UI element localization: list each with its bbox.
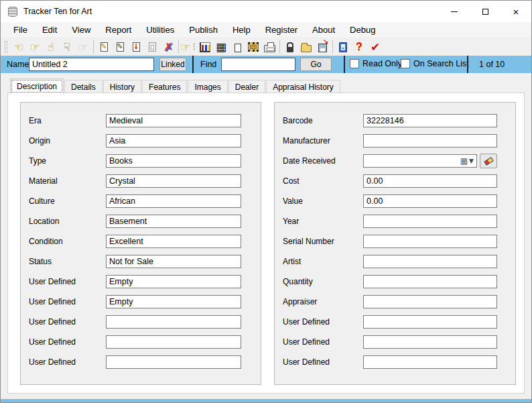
export-disk-icon[interactable] <box>314 40 330 54</box>
hand-outline-icon[interactable]: ☞ <box>75 40 91 54</box>
toolbar-grip[interactable] <box>5 41 7 53</box>
field-row-status-7: Status <box>29 255 261 268</box>
menu-register[interactable]: Register <box>258 22 305 38</box>
menu-view[interactable]: View <box>64 22 98 38</box>
toolbar-separator <box>178 40 179 54</box>
quantity-input[interactable] <box>363 275 497 288</box>
user-defined-input[interactable] <box>363 355 497 369</box>
maximize-button[interactable] <box>470 1 501 22</box>
spellcheck-icon[interactable]: ✔ <box>367 40 383 54</box>
right-field-panel: BarcodeManufacturerDate Received▦▼CostVa… <box>274 102 516 385</box>
type-input[interactable] <box>106 154 241 168</box>
hand-point-right-icon[interactable]: ☞ <box>27 40 43 54</box>
user-defined-input[interactable] <box>106 275 241 288</box>
appraiser-input[interactable] <box>363 295 497 308</box>
edit-record-icon[interactable]: ✎ <box>96 40 112 54</box>
barcode-input[interactable] <box>363 114 497 127</box>
delete-record-icon[interactable]: ✗ <box>160 40 176 54</box>
write-record-icon[interactable]: ✎ <box>112 40 128 54</box>
goto-record-icon[interactable]: ☞⋮ <box>181 40 197 54</box>
field-row-artist-7: Artist <box>283 255 515 268</box>
menu-utilities[interactable]: Utilities <box>139 22 182 38</box>
culture-label: Culture <box>29 196 106 206</box>
left-field-panel: EraOriginTypeMaterialCultureLocationCond… <box>20 102 261 385</box>
menu-help[interactable]: Help <box>225 22 258 38</box>
read-only-checkbox-box[interactable] <box>350 59 359 68</box>
user-defined-label: User Defined <box>29 317 106 327</box>
value-input[interactable] <box>363 194 497 208</box>
artist-input[interactable] <box>363 255 497 268</box>
origin-label: Origin <box>29 136 106 146</box>
go-button[interactable]: Go <box>300 58 332 71</box>
tab-images[interactable]: Images <box>188 80 227 94</box>
description-tab-page: EraOriginTypeMaterialCultureLocationCond… <box>7 93 525 394</box>
copy-pages-icon[interactable] <box>229 40 245 54</box>
tab-history[interactable]: History <box>103 80 141 94</box>
clear-date-button[interactable] <box>480 154 497 168</box>
separator <box>467 56 468 73</box>
origin-input[interactable] <box>106 134 241 148</box>
field-row-user-defined-10: User Defined <box>29 315 261 329</box>
folder-open-icon[interactable] <box>298 40 314 54</box>
era-input[interactable] <box>106 114 241 127</box>
user-defined-input[interactable] <box>363 315 497 329</box>
dropdown-arrow-icon[interactable]: ▼ <box>469 158 474 164</box>
tab-appraisal-history[interactable]: Appraisal History <box>266 80 340 94</box>
user-defined-input[interactable] <box>106 295 241 308</box>
manufacturer-input[interactable] <box>363 134 497 148</box>
culture-input[interactable] <box>106 194 241 208</box>
tab-features[interactable]: Features <box>142 80 187 94</box>
hand-point-up-icon[interactable]: ☝ <box>43 40 59 54</box>
chart-icon[interactable] <box>197 40 213 54</box>
toolbar-separator <box>332 40 333 54</box>
help-icon[interactable]: ? <box>351 40 367 54</box>
cost-input[interactable] <box>363 174 497 188</box>
field-row-culture-4: Culture <box>29 194 261 208</box>
serial-number-input[interactable] <box>363 235 497 248</box>
film-icon[interactable] <box>245 40 261 54</box>
condition-input[interactable] <box>106 235 241 248</box>
linked-button[interactable]: Linked <box>159 58 186 71</box>
minimize-button[interactable] <box>439 1 470 22</box>
menu-about[interactable]: About <box>305 22 342 38</box>
minimize-icon <box>451 11 458 12</box>
find-input[interactable] <box>221 58 295 71</box>
user-defined-input[interactable] <box>363 335 497 349</box>
menu-debug[interactable]: Debug <box>342 22 383 38</box>
field-row-user-defined-9: User Defined <box>29 295 261 308</box>
user-defined-input[interactable] <box>106 315 241 329</box>
field-row-cost-3: Cost <box>283 174 515 188</box>
hand-point-down-icon[interactable]: ☟ <box>59 40 75 54</box>
save-record-icon[interactable]: ↓ <box>128 40 144 54</box>
artist-label: Artist <box>283 257 363 266</box>
on-search-list-checkbox[interactable]: On Search List <box>401 59 469 68</box>
tab-dealer[interactable]: Dealer <box>228 80 265 94</box>
material-input[interactable] <box>106 174 241 188</box>
location-input[interactable] <box>106 215 241 228</box>
menu-publish[interactable]: Publish <box>182 22 225 38</box>
barcode-label: Barcode <box>283 116 363 125</box>
menu-file[interactable]: File <box>6 22 35 38</box>
lock-icon[interactable] <box>282 40 298 54</box>
calculator-icon[interactable] <box>335 40 351 54</box>
table-icon[interactable]: ▦ <box>213 40 229 54</box>
status-input[interactable] <box>106 255 241 268</box>
read-only-checkbox[interactable]: Read Only <box>350 59 402 68</box>
user-defined-input[interactable] <box>106 355 241 369</box>
print-icon[interactable] <box>261 40 277 54</box>
tab-description[interactable]: Description <box>10 78 64 94</box>
paste-record-icon[interactable] <box>144 40 160 54</box>
name-input[interactable] <box>29 58 154 71</box>
tab-details[interactable]: Details <box>64 80 103 94</box>
date-received-input[interactable]: ▦▼ <box>363 154 477 168</box>
close-button[interactable]: × <box>501 1 531 22</box>
year-input[interactable] <box>363 215 497 228</box>
menu-edit[interactable]: Edit <box>35 22 64 38</box>
user-defined-input[interactable] <box>106 335 241 349</box>
on-search-list-checkbox-box[interactable] <box>401 59 410 68</box>
name-label: Name <box>7 60 29 69</box>
field-row-user-defined-10: User Defined <box>283 315 515 329</box>
manufacturer-label: Manufacturer <box>283 136 363 146</box>
hand-point-left-icon[interactable]: ☜ <box>11 40 27 54</box>
menu-report[interactable]: Report <box>98 22 139 38</box>
